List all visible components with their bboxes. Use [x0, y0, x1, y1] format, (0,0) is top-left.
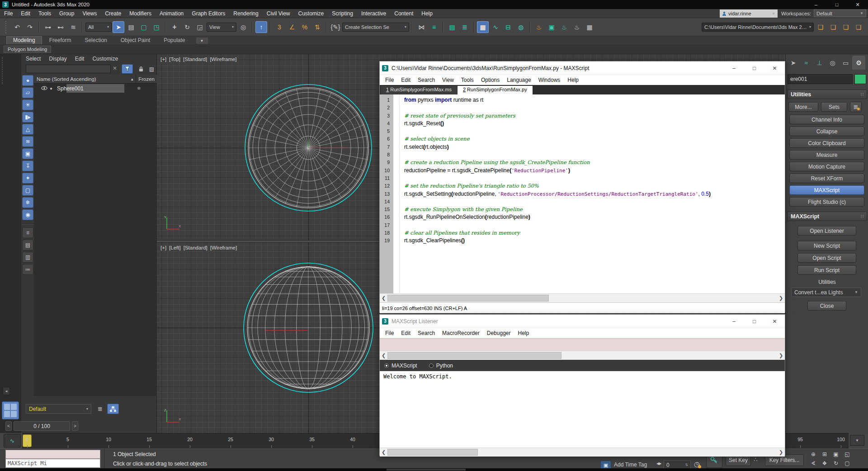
align-icon[interactable]: ≡: [428, 21, 440, 33]
editor-tab-1-runsimplygonfrommax-ms[interactable]: 1 RunSimplygonFromMax.ms: [381, 86, 457, 94]
workspace-dropdown[interactable]: Default ▼: [814, 9, 866, 17]
menu-edit[interactable]: Edit: [17, 9, 34, 18]
ribbon-tab-selection[interactable]: Selection: [78, 37, 113, 44]
code-line[interactable]: 10reductionPipeline = rt.sgsdk_CreatePip…: [380, 167, 785, 174]
scrollbar-thumb[interactable]: [387, 295, 549, 301]
table-row[interactable]: ● Sphere001 ❄: [34, 84, 157, 93]
maxscript-rollout-header[interactable]: MAXScript ∷: [787, 212, 867, 221]
channel-info-button[interactable]: Channel Info: [789, 115, 864, 124]
user-account-dropdown[interactable]: vidar.rinne ▼: [720, 9, 778, 18]
editor-menu-view[interactable]: View: [439, 75, 458, 85]
select-by-name-icon[interactable]: ▤: [125, 21, 137, 33]
code-line[interactable]: 4rt.sgsdk_Reset(): [380, 120, 785, 127]
radio-maxscript[interactable]: MAXScript: [384, 363, 417, 369]
project-folder-dropdown[interactable]: C:\Users\Vidar Rinne\Documents\3ds Max 2…: [702, 23, 814, 32]
menu-animation[interactable]: Animation: [156, 9, 188, 18]
spinner-snap-toggle-icon[interactable]: ⇅: [311, 21, 323, 33]
display-particles-toggle[interactable]: ❄: [22, 197, 33, 208]
radio-python[interactable]: Python: [429, 363, 453, 369]
render-production-icon[interactable]: ♨: [558, 21, 570, 33]
display-preset-dropdown[interactable]: Default ▾: [26, 404, 91, 414]
close-icon[interactable]: ✕: [847, 0, 868, 9]
display-groups-toggle[interactable]: ▣: [22, 148, 33, 159]
editor-menu-file[interactable]: File: [382, 75, 397, 85]
mini-macro-recorder[interactable]: [5, 450, 100, 459]
code-line[interactable]: 7rt.select(rt.objects): [380, 143, 785, 151]
explorer-menu-display[interactable]: Display: [49, 54, 66, 63]
code-line[interactable]: 9# create a reduction Pipeline using the…: [380, 159, 785, 166]
listener-output[interactable]: Welcome to MAXScript.: [380, 371, 785, 447]
search-input[interactable]: [26, 65, 111, 73]
table-header[interactable]: Name (Sorted Ascending) ▲ Frozen: [34, 75, 157, 84]
maxscript-button[interactable]: MAXScript: [789, 185, 864, 195]
code-line[interactable]: 12# set the reduction Pipeline's triangl…: [380, 182, 785, 190]
layers-icon[interactable]: ≣: [94, 404, 106, 414]
more-button[interactable]: More...: [788, 102, 818, 112]
frozen-toggle-icon[interactable]: ❄: [137, 86, 141, 91]
render-in-cloud-icon[interactable]: ♨: [571, 21, 583, 33]
close-utility-button[interactable]: Close: [807, 301, 846, 311]
viewport-standard-label[interactable]: [Standard]: [184, 245, 208, 250]
code-line[interactable]: 5: [380, 127, 785, 135]
percent-snap-toggle-icon[interactable]: %: [299, 21, 311, 33]
named-selection-sets-dropdown[interactable]: Create Selection Se▾: [342, 23, 409, 32]
listener-menu-debugger[interactable]: Debugger: [483, 329, 514, 338]
code-line[interactable]: 6# select objects in scene: [380, 135, 785, 143]
menu-content[interactable]: Content: [390, 9, 417, 18]
explorer-tool-icon-3[interactable]: ▥: [22, 252, 33, 263]
select-and-link-icon[interactable]: ⊶: [42, 21, 54, 33]
explorer-tool-icon-2[interactable]: ▤: [22, 240, 33, 250]
mini-listener-input[interactable]: MAXScript Mi: [5, 459, 100, 468]
reference-coordinate-system-dropdown[interactable]: View▾: [207, 23, 236, 32]
undo-icon[interactable]: ↶: [11, 21, 23, 33]
create-tab[interactable]: ➤: [787, 56, 800, 70]
menu-modifiers[interactable]: Modifiers: [125, 9, 156, 18]
minimize-icon[interactable]: –: [724, 315, 744, 328]
ribbon-config-dropdown[interactable]: ▼: [196, 38, 208, 44]
menu-tools[interactable]: Tools: [34, 9, 55, 18]
zoom-region-icon[interactable]: ∢: [808, 459, 818, 467]
scrollbar-thumb[interactable]: [387, 449, 478, 456]
code-line[interactable]: 18# clear all Pipelines that resides in …: [380, 229, 785, 237]
listener-menu-search[interactable]: Search: [414, 329, 439, 338]
restore-icon[interactable]: □: [826, 0, 847, 9]
editor-tab-2-runsimplygonfrommax-py[interactable]: 2 RunSimplygonFromMax.py: [458, 86, 533, 94]
zoom-icon[interactable]: ⊕: [808, 450, 818, 458]
rectangular-selection-region-icon[interactable]: ▢: [138, 21, 150, 33]
maximize-icon[interactable]: □: [744, 61, 764, 75]
zoom-extents-all-icon[interactable]: ◱: [842, 450, 852, 458]
select-and-rotate-icon[interactable]: ↻: [181, 21, 193, 33]
polygon-modeling-panel[interactable]: Polygon Modeling: [4, 46, 51, 53]
ribbon-tab-populate[interactable]: Populate: [157, 37, 191, 44]
panel-collapse-arrow[interactable]: ◂: [3, 387, 10, 395]
motion-capture-button[interactable]: Motion Capture: [789, 162, 864, 171]
name-column-header[interactable]: Name (Sorted Ascending): [34, 76, 130, 82]
selection-filter-dropdown[interactable]: All▾: [85, 23, 112, 32]
select-and-place-icon[interactable]: ↑: [255, 21, 267, 33]
measure-button[interactable]: Measure: [789, 150, 864, 160]
display-spacewarps-toggle[interactable]: ≋: [22, 136, 33, 147]
listener-titlebar[interactable]: 3 MAXScript Listener – □ ✕: [380, 315, 785, 328]
menu-interactive[interactable]: Interactive: [357, 9, 390, 18]
redo-icon[interactable]: ↷: [24, 21, 36, 33]
pick-select-icon[interactable]: ▨: [146, 64, 157, 74]
key-mode-icon[interactable]: ∴: [754, 456, 757, 463]
menu-graph-editors[interactable]: Graph Editors: [188, 9, 229, 18]
select-and-move-icon[interactable]: +: [169, 21, 180, 33]
code-line[interactable]: 14: [380, 198, 785, 206]
clear-search-icon[interactable]: ✕: [113, 65, 117, 71]
file-action-icon-1[interactable]: ❏: [815, 21, 826, 33]
menu-group[interactable]: Group: [55, 9, 78, 18]
editor-menu-options[interactable]: Options: [477, 75, 503, 85]
code-line[interactable]: 2: [380, 104, 785, 112]
spinner-arrows-icon[interactable]: ⇅: [685, 463, 688, 467]
listener-bottom-scrollbar[interactable]: ❮ ❯: [380, 447, 785, 457]
window-crossing-icon[interactable]: ◳: [151, 21, 162, 33]
next-frame-button[interactable]: >: [72, 421, 78, 431]
sphere-wireframe-top-view[interactable]: [241, 80, 376, 216]
utilities-tab[interactable]: ⚙: [852, 56, 865, 70]
maximize-viewport-icon[interactable]: ▢: [842, 459, 852, 467]
display-geometry-toggle[interactable]: ●: [22, 75, 33, 86]
lock-icon[interactable]: [135, 64, 146, 74]
object-name-field[interactable]: ere001: [788, 74, 853, 84]
